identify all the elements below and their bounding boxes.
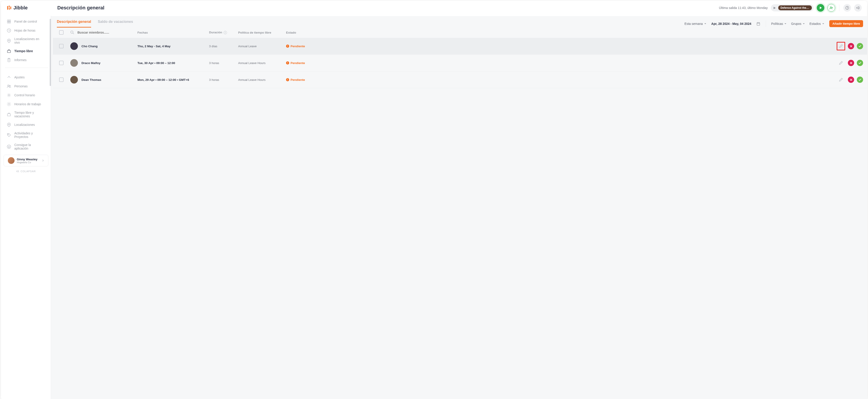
divider	[839, 4, 839, 11]
svg-rect-7	[9, 22, 10, 23]
tab[interactable]: Descripción general	[57, 20, 91, 28]
svg-point-23	[830, 7, 832, 8]
x-icon	[850, 79, 852, 81]
people-icon	[7, 84, 11, 88]
info-icon[interactable]: i	[224, 31, 227, 34]
project-badge: Defence Against the Da...	[778, 5, 812, 10]
svg-marker-21	[774, 7, 776, 9]
main-nav: Panel de controlHojas de horasLocalizaci…	[1, 15, 51, 64]
approve-button[interactable]	[857, 60, 863, 66]
status-dot-icon: !	[286, 44, 289, 48]
edit-button[interactable]	[837, 59, 845, 67]
svg-rect-3	[10, 6, 11, 9]
svg-point-13	[8, 85, 9, 86]
megaphone-icon	[856, 6, 860, 10]
reject-button[interactable]	[848, 60, 854, 66]
briefcase-icon	[7, 112, 11, 117]
nav-item-briefcase[interactable]: Tiempo libre y vacaciones	[1, 109, 51, 120]
user-account[interactable]: Ginny Weasley Hogwarts Co	[4, 155, 48, 166]
dashboard-icon	[7, 19, 11, 24]
approve-button[interactable]	[857, 43, 863, 49]
chevron-right-icon	[42, 159, 44, 162]
tabs: Descripción generalSaldo de vacaciones	[57, 20, 680, 28]
person-plus-icon	[829, 6, 833, 10]
user-name: Ginny Weasley	[17, 158, 40, 161]
reject-button[interactable]	[848, 76, 854, 83]
range-dropdown[interactable]: Esta semana	[684, 22, 706, 26]
duration-cell: 3 horas	[209, 61, 238, 65]
clock-icon	[7, 28, 11, 33]
tab[interactable]: Saldo de vacaciones	[98, 20, 133, 28]
svg-marker-22	[820, 6, 822, 9]
nav-item-chevron-up[interactable]: Ajustes	[1, 73, 51, 82]
check-icon	[858, 78, 862, 81]
svg-point-9	[8, 40, 10, 41]
location-icon	[7, 122, 11, 127]
dates-cell: Mon, 29 Apr • 09:00 – 12:00 • GMT+6	[137, 78, 209, 82]
table-row[interactable]: Dean ThomasMon, 29 Apr • 09:00 – 12:00 •…	[53, 71, 867, 88]
nav-item-dashboard[interactable]: Panel de control	[1, 17, 51, 26]
collapse-icon	[16, 170, 19, 173]
row-checkbox[interactable]	[59, 78, 64, 82]
x-icon	[850, 45, 852, 48]
nav-item-location[interactable]: Localizaciones en vivo	[1, 35, 51, 47]
table-header: Fechas Duracióni Política de tiempo libr…	[53, 28, 867, 38]
table-row[interactable]: Draco MalfoyTue, 30 Apr • 09:00 – 12:003…	[53, 55, 867, 71]
nav-item-clock[interactable]: Hojas de horas	[1, 26, 51, 35]
header: Descripción general Última salida 11:43,…	[51, 1, 867, 16]
avatar	[70, 42, 78, 50]
row-checkbox[interactable]	[59, 61, 64, 65]
filter-dropdown[interactable]: Estados	[809, 22, 824, 26]
svg-rect-6	[7, 22, 9, 23]
filter-dropdown[interactable]: Grupos	[791, 22, 805, 26]
row-checkbox[interactable]	[59, 44, 64, 49]
svg-rect-0	[7, 6, 8, 10]
status-label: Pendiente	[290, 44, 305, 48]
calendar-icon[interactable]	[756, 22, 760, 26]
col-policy-header: Política de tiempo libre	[238, 31, 286, 34]
search-input[interactable]	[78, 31, 120, 34]
clock-in-button[interactable]	[817, 4, 824, 12]
help-button[interactable]	[843, 4, 851, 12]
nav-item-clipboard[interactable]: Informes	[1, 56, 51, 64]
user-org: Hogwarts Co	[17, 161, 40, 164]
svg-point-27	[71, 31, 73, 33]
chevron-down-icon	[803, 23, 805, 25]
nav-item-tag[interactable]: Actividades y Proyectos	[1, 129, 51, 141]
member-name: Cho Chang	[82, 44, 98, 48]
member-name: Dean Thomas	[82, 78, 101, 82]
add-person-button[interactable]	[828, 4, 835, 12]
nav-item-gear[interactable]: Control horario	[1, 91, 51, 100]
nav-item-briefcase[interactable]: Tiempo libre	[1, 47, 51, 56]
sun-icon	[7, 102, 11, 106]
collapse-button[interactable]: COLAPSAR	[1, 168, 51, 175]
svg-rect-4	[7, 20, 9, 21]
jibble-logo-icon	[7, 5, 12, 10]
page-title: Descripción general	[57, 5, 716, 11]
nav-item-location[interactable]: Localizaciones	[1, 120, 51, 129]
logo[interactable]: Jibble	[1, 1, 51, 15]
approve-button[interactable]	[857, 76, 863, 83]
status-label: Pendiente	[290, 61, 305, 65]
pencil-icon	[839, 44, 843, 49]
dates-cell: Thu, 2 May - Sat, 4 May	[137, 44, 209, 48]
add-timeoff-button[interactable]: Añadir tiempo libre	[829, 20, 863, 27]
reject-button[interactable]	[848, 43, 854, 49]
location-icon	[7, 38, 11, 43]
check-icon	[858, 44, 862, 48]
notifications-button[interactable]	[854, 4, 862, 12]
nav-item-download[interactable]: Consigue la aplicación	[1, 141, 51, 152]
svg-point-14	[9, 85, 10, 86]
edit-button[interactable]	[837, 75, 845, 84]
divider	[766, 20, 766, 27]
project-pill[interactable]: Defence Against the Da...	[771, 4, 814, 11]
nav-item-sun[interactable]: Horarios de trabajo	[1, 100, 51, 109]
table-row[interactable]: Cho ChangThu, 2 May - Sat, 4 May3 díasAn…	[53, 38, 867, 55]
nav-item-people[interactable]: Personas	[1, 82, 51, 91]
date-range[interactable]: Apr, 28 2024 - May, 04 2024	[711, 22, 751, 26]
sidebar-scrollbar[interactable]	[50, 19, 51, 86]
edit-button[interactable]	[837, 42, 845, 50]
filter-dropdown[interactable]: Políticas	[771, 22, 787, 26]
select-all-checkbox[interactable]	[59, 30, 64, 35]
search-icon[interactable]	[70, 30, 74, 34]
